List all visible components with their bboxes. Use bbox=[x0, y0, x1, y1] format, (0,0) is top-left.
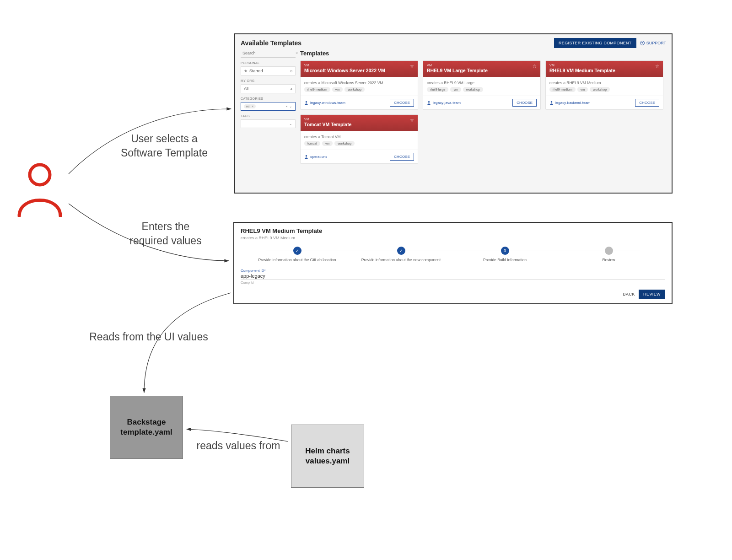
template-owner-link[interactable]: legacy-java-team bbox=[427, 101, 461, 105]
sidebar-section-categories: CATEGORIES bbox=[241, 96, 296, 101]
tag[interactable]: workshop bbox=[344, 87, 365, 92]
template-card: ☆ VM Microsoft Windows Server 2022 VM cr… bbox=[300, 60, 418, 110]
flow-label-select: User selects aSoftware Template bbox=[112, 132, 217, 160]
template-description: creates a Microsoft Windows Server 2022 … bbox=[301, 77, 418, 87]
sidebar-tags-select[interactable]: ⌄ bbox=[241, 119, 296, 128]
templates-sidebar: × PERSONAL ★Starred 0 MY ORG All 4 CATEG… bbox=[241, 50, 296, 164]
support-link[interactable]: ? SUPPORT bbox=[640, 41, 666, 45]
template-card-header: ☆ VM RHEL9 VM Large Template bbox=[423, 61, 540, 77]
step-number: 3 bbox=[501, 247, 509, 255]
form-subtitle: creates a RHEL9 VM Medium bbox=[241, 236, 665, 240]
wizard-step-1[interactable]: ✓ Provide information about the GitLab l… bbox=[245, 247, 349, 262]
sidebar-starred-count: 0 bbox=[291, 69, 292, 73]
clear-search-icon[interactable]: × bbox=[296, 51, 298, 55]
template-category: VM bbox=[304, 118, 414, 121]
svg-point-6 bbox=[306, 155, 307, 157]
template-category: VM bbox=[427, 64, 537, 67]
check-icon: ✓ bbox=[293, 247, 301, 255]
template-name: Microsoft Windows Server 2022 VM bbox=[304, 68, 414, 73]
tag[interactable]: workshop bbox=[334, 141, 355, 146]
sidebar-categories-select[interactable]: vm× ×⌄ bbox=[241, 102, 296, 111]
svg-point-5 bbox=[551, 101, 553, 103]
template-owner-link[interactable]: legacy-backend-team bbox=[549, 101, 590, 105]
template-card-header: ☆ VM Tomcat VM Template bbox=[301, 115, 418, 131]
choose-button[interactable]: CHOOSE bbox=[390, 153, 414, 161]
helm-values-file: Helm chartsvalues.yaml bbox=[291, 425, 364, 488]
template-owner-name: legacy-java-team bbox=[433, 101, 461, 105]
wizard-step-3-label: Provide Build Information bbox=[483, 258, 527, 262]
person-icon bbox=[304, 101, 308, 105]
tag[interactable]: vm bbox=[322, 141, 333, 146]
tag[interactable]: rhel9-large bbox=[427, 87, 448, 92]
templates-main-title: Templates bbox=[300, 50, 666, 57]
choose-button[interactable]: CHOOSE bbox=[390, 99, 414, 107]
template-category: VM bbox=[549, 64, 659, 67]
svg-point-0 bbox=[30, 165, 50, 185]
flow-label-reads-ui: Reads from the UI values bbox=[82, 330, 215, 344]
templates-search-input[interactable] bbox=[242, 51, 294, 55]
flow-label-reads-values: reads values from bbox=[190, 439, 286, 453]
form-panel: RHEL9 VM Medium Template creates a RHEL9… bbox=[233, 222, 673, 304]
user-icon bbox=[15, 162, 65, 219]
person-icon bbox=[427, 101, 431, 105]
register-existing-component-button[interactable]: REGISTER EXISTING COMPONENT bbox=[554, 38, 636, 48]
sidebar-row-starred[interactable]: ★Starred 0 bbox=[241, 66, 296, 75]
sidebar-section-personal: PERSONAL bbox=[241, 60, 296, 65]
tag[interactable]: workshop bbox=[590, 87, 610, 92]
category-chip-label: vm bbox=[246, 105, 250, 108]
form-title: RHEL9 VM Medium Template bbox=[241, 227, 665, 234]
template-owner-link[interactable]: legacy-windows-team bbox=[304, 101, 345, 105]
template-tags: rhel9-mediumvmworkshop bbox=[546, 87, 663, 96]
template-tags: rhel9-largevmworkshop bbox=[423, 87, 540, 96]
wizard-step-1-label: Provide information about the GitLab loc… bbox=[258, 258, 336, 262]
wizard-step-2[interactable]: ✓ Provide information about the new comp… bbox=[349, 247, 453, 262]
backstage-template-file: Backstagetemplate.yaml bbox=[110, 396, 183, 459]
template-name: Tomcat VM Template bbox=[304, 122, 414, 127]
tag[interactable]: workshop bbox=[463, 87, 483, 92]
component-id-hint: Comp Id bbox=[241, 280, 665, 285]
svg-point-3 bbox=[306, 101, 307, 103]
tag[interactable]: vm bbox=[450, 87, 461, 92]
template-name: RHEL9 VM Medium Template bbox=[549, 68, 659, 73]
category-chip[interactable]: vm× bbox=[244, 104, 256, 108]
tag[interactable]: rhel9-medium bbox=[549, 87, 576, 92]
chevron-down-icon[interactable]: ⌄ bbox=[289, 122, 292, 126]
sidebar-row-all[interactable]: All 4 bbox=[241, 84, 296, 93]
wizard-step-3[interactable]: 3 Provide Build Information bbox=[453, 247, 557, 262]
tag[interactable]: vm bbox=[332, 87, 343, 92]
sidebar-section-myorg: MY ORG bbox=[241, 78, 296, 83]
template-name: RHEL9 VM Large Template bbox=[427, 68, 537, 73]
svg-point-4 bbox=[428, 101, 430, 103]
component-id-input[interactable]: app-legacy bbox=[241, 273, 665, 280]
help-icon: ? bbox=[640, 41, 645, 45]
support-label: SUPPORT bbox=[646, 41, 666, 45]
chip-remove-icon[interactable]: × bbox=[252, 105, 253, 108]
clear-icon[interactable]: × bbox=[285, 104, 288, 108]
wizard-step-4[interactable]: Review bbox=[557, 247, 661, 262]
choose-button[interactable]: CHOOSE bbox=[635, 99, 659, 107]
template-description: creates a RHEL9 VM Large bbox=[423, 77, 540, 87]
template-card-header: ☆ VM Microsoft Windows Server 2022 VM bbox=[301, 61, 418, 77]
wizard-step-2-label: Provide information about the new compon… bbox=[361, 258, 441, 262]
flow-label-enter: Enters therequired values bbox=[122, 220, 209, 248]
tag[interactable]: rhel9-medium bbox=[304, 87, 330, 92]
step-pending-icon bbox=[605, 247, 613, 255]
wizard-step-4-label: Review bbox=[603, 258, 615, 262]
back-button[interactable]: BACK bbox=[623, 292, 635, 296]
template-card: ☆ VM RHEL9 VM Medium Template creates a … bbox=[545, 60, 663, 110]
template-owner-name: legacy-backend-team bbox=[555, 101, 590, 105]
template-owner-name: legacy-windows-team bbox=[310, 101, 345, 105]
star-icon: ★ bbox=[244, 69, 248, 73]
check-icon: ✓ bbox=[397, 247, 405, 255]
template-card: ☆ VM Tomcat VM Template creates a Tomcat… bbox=[300, 114, 418, 164]
sidebar-starred-label: Starred bbox=[249, 69, 263, 73]
review-button[interactable]: REVIEW bbox=[639, 290, 665, 299]
choose-button[interactable]: CHOOSE bbox=[512, 99, 537, 107]
chevron-down-icon[interactable]: ⌄ bbox=[289, 104, 292, 108]
tag[interactable]: tomcat bbox=[304, 141, 320, 146]
template-owner-link[interactable]: operations bbox=[304, 155, 327, 159]
template-card-header: ☆ VM RHEL9 VM Medium Template bbox=[546, 61, 663, 77]
template-description: creates a RHEL9 VM Medium bbox=[546, 77, 663, 87]
template-tags: rhel9-mediumvmworkshop bbox=[301, 87, 418, 96]
tag[interactable]: vm bbox=[577, 87, 588, 92]
